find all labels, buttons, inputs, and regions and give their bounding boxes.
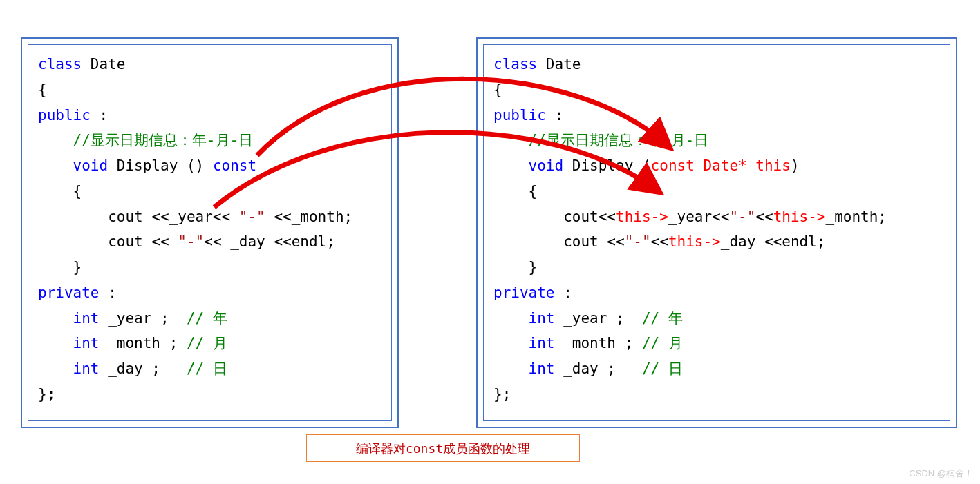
right-code-inner: class Date { public : //显示日期信息：年-月-日 voi… xyxy=(483,44,950,421)
right-code-box: class Date { public : //显示日期信息：年-月-日 voi… xyxy=(476,37,957,428)
comment-header: //显示日期信息：年-月-日 xyxy=(38,132,253,148)
id-date: Date xyxy=(82,56,125,72)
comment-header: //显示日期信息：年-月-日 xyxy=(493,132,708,148)
left-code: class Date { public : //显示日期信息：年-月-日 voi… xyxy=(38,52,381,407)
kw-void: void xyxy=(38,157,108,174)
kw-class: class xyxy=(493,56,537,72)
kw-class: class xyxy=(38,56,82,72)
left-code-inner: class Date { public : //显示日期信息：年-月-日 voi… xyxy=(28,44,392,421)
right-code: class Date { public : //显示日期信息：年-月-日 voi… xyxy=(493,52,940,407)
watermark: CSDN @楠舍！ xyxy=(909,467,973,480)
caption-box: 编译器对const成员函数的处理 xyxy=(306,434,580,462)
kw-public: public xyxy=(38,107,91,124)
param-const-this: const Date* this xyxy=(651,157,791,174)
kw-public: public xyxy=(493,107,546,124)
id-date: Date xyxy=(537,56,581,72)
kw-const: const xyxy=(213,157,256,174)
kw-private: private xyxy=(493,284,555,301)
kw-private: private xyxy=(38,284,100,301)
left-code-box: class Date { public : //显示日期信息：年-月-日 voi… xyxy=(21,37,399,428)
kw-void: void xyxy=(493,157,563,174)
brace-open: { xyxy=(38,81,47,98)
